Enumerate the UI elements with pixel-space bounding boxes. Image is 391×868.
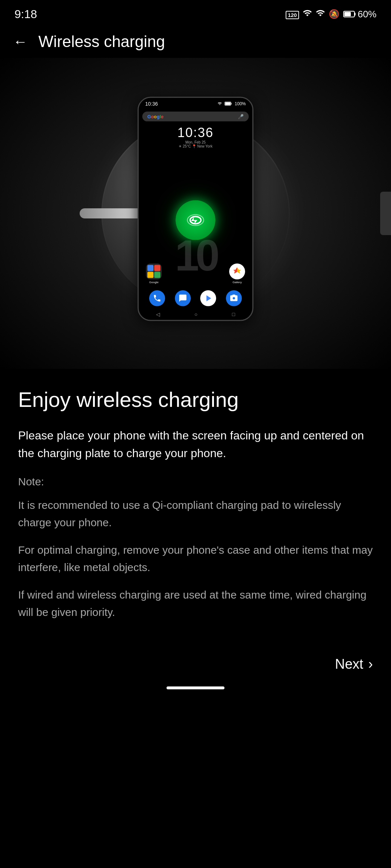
nav-home: ○ <box>194 311 197 317</box>
battery-indicator: 60% <box>343 9 377 20</box>
phone-search-bar: Google 🎤 <box>142 112 249 122</box>
phone-time: 10:36 <box>145 101 158 107</box>
gallery-folder: Gallery <box>229 264 245 284</box>
gallery-icon <box>229 264 245 280</box>
svg-rect-2 <box>344 12 351 16</box>
wifi-icon <box>316 8 325 20</box>
phone-clock-weather: ☀ 25°C 📍 New York <box>139 144 252 148</box>
status-bar: 9:18 120 🔕 60% <box>0 0 391 25</box>
page-title: Wireless charging <box>38 33 165 51</box>
note-text-1: It is recommended to use a Qi-compliant … <box>18 497 373 531</box>
status-icons: 120 🔕 60% <box>286 8 377 20</box>
top-bar: ← Wireless charging <box>0 25 391 58</box>
phone-mockup: 10:36 100% Google <box>138 97 253 321</box>
status-time: 9:18 <box>14 8 37 21</box>
back-button[interactable]: ← <box>13 34 28 50</box>
bottom-indicator <box>0 679 391 700</box>
phone-clock: 10:36 Mon, Feb 25 ☀ 25°C 📍 New York <box>139 124 252 149</box>
main-content: Enjoy wireless charging Please place you… <box>0 369 391 646</box>
phone-dock <box>139 290 252 306</box>
google-folder-icon <box>146 264 162 280</box>
note-text-3: If wired and wireless charging are used … <box>18 586 373 621</box>
note-label: Note: <box>18 476 373 488</box>
next-button-row: Next › <box>0 646 391 679</box>
wireless-charging-icon <box>185 209 206 231</box>
next-chevron-icon: › <box>368 656 373 672</box>
google-folder: Google <box>146 264 162 284</box>
phone-clock-date: Mon, Feb 25 <box>139 140 252 144</box>
next-label: Next <box>335 656 363 672</box>
120hz-icon: 120 <box>286 9 299 19</box>
dock-phone-icon <box>149 290 165 306</box>
svg-rect-5 <box>225 102 230 105</box>
note-text-2: For optimal charging, remove your phone'… <box>18 541 373 576</box>
phone-clock-display: 10:36 <box>139 125 252 140</box>
google-folder-label: Google <box>149 281 159 284</box>
phone-nav-bar: ◁ ○ □ <box>139 311 252 317</box>
nav-recents: □ <box>232 311 235 317</box>
mute-icon: 🔕 <box>329 9 340 19</box>
content-body-text: Please place your phone with the screen … <box>18 427 373 463</box>
home-indicator-bar <box>167 686 224 689</box>
right-edge-peek <box>380 192 391 235</box>
battery-percent: 60% <box>358 9 377 20</box>
phone-screen: 10:36 100% Google <box>139 98 252 320</box>
phone-battery: 100% <box>235 101 246 106</box>
hero-image: 10:36 100% Google <box>0 58 391 369</box>
svg-rect-4 <box>231 103 232 105</box>
dock-play-icon <box>200 290 216 306</box>
next-button[interactable]: Next › <box>335 656 373 672</box>
svg-rect-1 <box>354 13 356 16</box>
wireless-charging-indicator <box>176 200 215 240</box>
phone-status-bar: 10:36 100% <box>139 98 252 110</box>
gallery-label: Gallery <box>232 281 241 284</box>
nav-back: ◁ <box>156 311 160 317</box>
signal-icon <box>303 8 312 20</box>
content-headline: Enjoy wireless charging <box>18 387 373 412</box>
dock-camera-icon <box>226 290 242 306</box>
phone-apps-row: Google Gallery <box>139 264 252 284</box>
dock-messages-icon <box>175 290 191 306</box>
